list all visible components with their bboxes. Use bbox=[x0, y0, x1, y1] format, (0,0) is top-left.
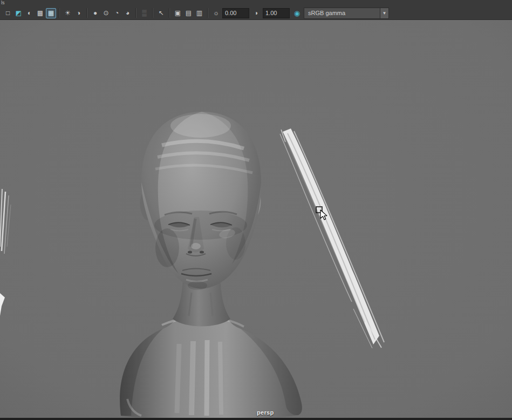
lighting-icon[interactable]: ☀ bbox=[63, 8, 73, 18]
toolbar-row: □ ◩ ◐ ▩ ▦ ☀ ◑ ● ⊙ ◔ ◕ ▒ ↖ ▣ ▤ ▥ ☼ ◗ ◉ sR… bbox=[3, 7, 512, 19]
toolbar-separator bbox=[152, 8, 153, 18]
view-transform-dropdown[interactable]: sRGB gamma ▼ bbox=[304, 8, 389, 19]
gamma-input[interactable] bbox=[263, 8, 290, 18]
exposure-icon[interactable]: ☼ bbox=[211, 8, 221, 18]
wireframe-icon[interactable]: □ bbox=[3, 8, 13, 18]
isolate-select-icon[interactable]: ↖ bbox=[156, 8, 166, 18]
image-plane-icon[interactable]: ▣ bbox=[173, 8, 183, 18]
panel-toolbar: ls □ ◩ ◐ ▩ ▦ ☀ ◑ ● ⊙ ◔ ◕ ▒ ↖ ▣ ▤ ▥ ☼ ◗ ◉… bbox=[0, 0, 512, 20]
toolbar-separator bbox=[169, 8, 170, 18]
gamma-icon[interactable]: ◗ bbox=[251, 8, 262, 18]
shadows-icon[interactable]: ◑ bbox=[73, 8, 84, 18]
anti-aliasing-icon[interactable]: ◔ bbox=[112, 8, 122, 18]
depth-of-field-icon[interactable]: ◕ bbox=[122, 8, 133, 18]
fog-icon[interactable]: ▒ bbox=[139, 8, 149, 18]
toolbar-separator bbox=[207, 8, 208, 18]
snapshot-icon[interactable]: ▥ bbox=[194, 8, 204, 18]
motion-blur-icon[interactable]: ⊙ bbox=[101, 8, 111, 18]
camera-name-label: persp bbox=[257, 409, 274, 416]
toolbar-separator bbox=[59, 8, 60, 18]
bottom-edge-bar bbox=[0, 418, 512, 420]
panel-corner-text: ls bbox=[1, 0, 5, 5]
toolbar-separator bbox=[86, 8, 87, 18]
textured-icon[interactable]: ▦ bbox=[46, 8, 56, 18]
viewport-canvas[interactable] bbox=[0, 20, 512, 418]
chevron-down-icon[interactable]: ▼ bbox=[380, 8, 389, 19]
shaded-textured-icon[interactable]: ▩ bbox=[35, 8, 45, 18]
default-material-icon[interactable]: ◐ bbox=[24, 8, 35, 18]
3d-viewport[interactable]: persp bbox=[0, 20, 512, 418]
camera-sequencer-icon[interactable]: ▤ bbox=[183, 8, 194, 18]
exposure-input[interactable] bbox=[222, 8, 249, 18]
ambient-occlusion-icon[interactable]: ● bbox=[90, 8, 100, 18]
smooth-shade-icon[interactable]: ◩ bbox=[13, 8, 24, 18]
toolbar-separator bbox=[135, 8, 136, 18]
view-transform-value[interactable]: sRGB gamma bbox=[304, 8, 380, 19]
color-management-icon[interactable]: ◉ bbox=[292, 8, 302, 18]
